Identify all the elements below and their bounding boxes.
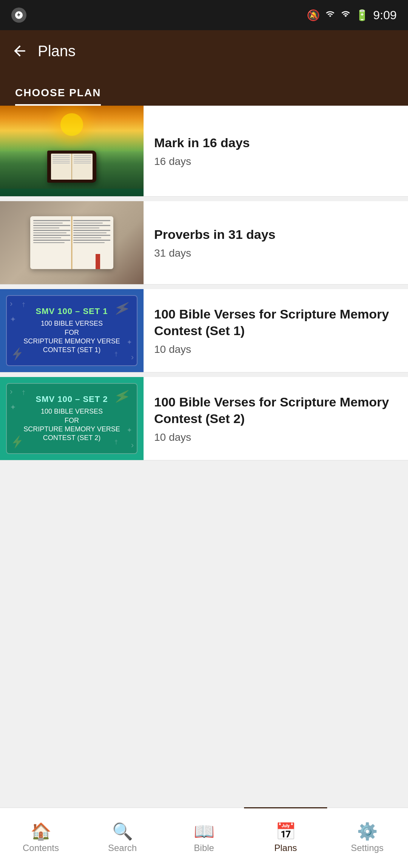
- plan-card-mark[interactable]: Mark in 16 days 16 days: [0, 106, 408, 197]
- plan-card-smv1[interactable]: ⚡ ⚡ ✦ ✦ † † › › SMV 100 – SET 1 100 BIBL…: [0, 289, 408, 372]
- nav-settings-label: Settings: [351, 843, 384, 853]
- bottom-nav: 🏠 Contents 🔍 Search 📖 Bible 📅 Plans ⚙️ S…: [0, 808, 408, 868]
- search-icon: 🔍: [112, 823, 133, 840]
- plan-duration-smv2: 10 days: [154, 431, 397, 443]
- time-display: 9:09: [373, 8, 397, 22]
- plan-thumb-proverbs: [0, 201, 144, 284]
- page-title: Plans: [38, 43, 76, 60]
- plan-title-smv2: 100 Bible Verses for Scripture Memory Co…: [154, 394, 397, 427]
- plan-thumb-mark: [0, 106, 144, 196]
- status-bar-right: 🔕 🔋 9:09: [307, 8, 397, 22]
- gear-icon: ⚙️: [357, 823, 378, 840]
- plan-duration-proverbs: 31 days: [154, 247, 397, 259]
- plan-card-proverbs[interactable]: Proverbs in 31 days 31 days: [0, 201, 408, 285]
- nav-plans[interactable]: 📅 Plans: [245, 808, 326, 868]
- content-area: Mark in 16 days 16 days: [0, 106, 408, 868]
- nav-bible-label: Bible: [194, 843, 214, 853]
- app-notification-icon: [11, 8, 26, 23]
- smv-card-1: ⚡ ⚡ ✦ ✦ † † › › SMV 100 – SET 1 100 BIBL…: [6, 295, 138, 366]
- signal-icon: [340, 9, 351, 21]
- tab-choose-plan[interactable]: CHOOSE PLAN: [0, 87, 116, 106]
- plan-title-smv1: 100 Bible Verses for Scripture Memory Co…: [154, 306, 397, 339]
- status-bar: 🔕 🔋 9:09: [0, 0, 408, 30]
- bible-icon: 📖: [194, 823, 215, 840]
- plan-thumb-smv2: ⚡ ⚡ ✦ ✦ † † › › SMV 100 – SET 2 100 BIBL…: [0, 377, 144, 460]
- smv-card-2: ⚡ ⚡ ✦ ✦ † † › › SMV 100 – SET 2 100 BIBL…: [6, 383, 138, 454]
- smv2-heading: SMV 100 – SET 2: [36, 394, 108, 404]
- plan-title-mark: Mark in 16 days: [154, 134, 397, 151]
- wifi-icon: [325, 9, 336, 21]
- nav-contents[interactable]: 🏠 Contents: [0, 808, 82, 868]
- plan-card-smv2[interactable]: ⚡ ⚡ ✦ ✦ † † › › SMV 100 – SET 2 100 BIBL…: [0, 377, 408, 460]
- plan-duration-mark: 16 days: [154, 155, 397, 168]
- battery-icon: 🔋: [355, 9, 369, 22]
- app-bar: Plans: [0, 30, 408, 72]
- calendar-icon: 📅: [275, 823, 296, 840]
- active-nav-line: [244, 807, 327, 808]
- nav-search[interactable]: 🔍 Search: [82, 808, 163, 868]
- plan-info-smv2: 100 Bible Verses for Scripture Memory Co…: [144, 377, 408, 460]
- nav-settings[interactable]: ⚙️ Settings: [326, 808, 408, 868]
- smv2-body: 100 BIBLE VERSES FOR SCRIPTURE MEMORY VE…: [23, 407, 120, 443]
- plan-info-proverbs: Proverbs in 31 days 31 days: [144, 201, 408, 284]
- plan-info-smv1: 100 Bible Verses for Scripture Memory Co…: [144, 289, 408, 372]
- smv1-body: 100 BIBLE VERSES FOR SCRIPTURE MEMORY VE…: [23, 319, 120, 355]
- home-icon: 🏠: [31, 823, 51, 840]
- nav-contents-label: Contents: [23, 843, 59, 853]
- plan-info-mark: Mark in 16 days 16 days: [144, 106, 408, 196]
- plan-title-proverbs: Proverbs in 31 days: [154, 226, 397, 243]
- plan-thumb-smv1: ⚡ ⚡ ✦ ✦ † † › › SMV 100 – SET 1 100 BIBL…: [0, 289, 144, 372]
- back-button[interactable]: [9, 40, 30, 62]
- plan-duration-smv1: 10 days: [154, 343, 397, 356]
- mute-icon: 🔕: [307, 9, 320, 22]
- smv1-heading: SMV 100 – SET 1: [36, 306, 108, 316]
- tab-row: CHOOSE PLAN: [0, 72, 408, 106]
- nav-bible[interactable]: 📖 Bible: [163, 808, 245, 868]
- nav-plans-label: Plans: [274, 843, 297, 853]
- nav-search-label: Search: [108, 843, 137, 853]
- status-bar-left: [11, 8, 26, 23]
